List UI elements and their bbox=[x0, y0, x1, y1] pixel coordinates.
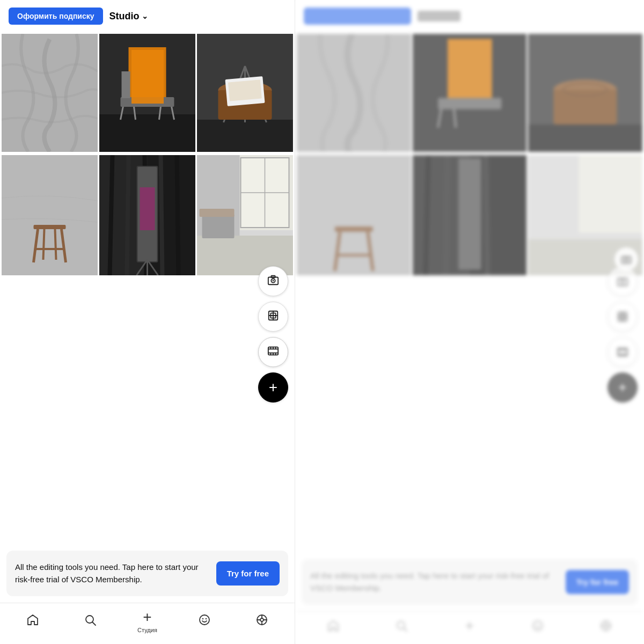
svg-point-70 bbox=[200, 615, 209, 625]
studio-label: Studio bbox=[109, 11, 140, 22]
svg-line-123 bbox=[404, 628, 407, 632]
svg-rect-2 bbox=[99, 114, 195, 152]
layout-button[interactable] bbox=[258, 302, 288, 332]
right-photo-grid-top bbox=[295, 32, 644, 153]
svg-rect-9 bbox=[122, 71, 130, 98]
photo-cell[interactable] bbox=[197, 34, 293, 152]
left-header: Оформить подписку Studio ⌄ bbox=[0, 0, 295, 32]
nav-studio[interactable]: + Студия bbox=[131, 610, 163, 633]
right-photo-cell bbox=[413, 34, 527, 152]
emoji-icon bbox=[198, 613, 211, 630]
svg-rect-84 bbox=[438, 98, 501, 109]
right-photo-cell bbox=[528, 155, 642, 275]
action-buttons-container: + bbox=[0, 266, 295, 408]
photo-cell[interactable] bbox=[197, 155, 293, 275]
svg-rect-81 bbox=[448, 39, 492, 106]
right-camera-button bbox=[608, 266, 638, 296]
right-nav-3: + bbox=[453, 618, 486, 633]
svg-rect-38 bbox=[140, 187, 155, 230]
bottom-nav: + Студия bbox=[0, 603, 295, 644]
svg-rect-50 bbox=[200, 209, 235, 217]
photo-cell[interactable] bbox=[99, 155, 195, 275]
svg-point-128 bbox=[604, 624, 608, 627]
right-photo-grid-bottom bbox=[295, 153, 644, 277]
layout-icon bbox=[267, 310, 279, 324]
right-nav-4 bbox=[522, 619, 554, 632]
right-nav-5 bbox=[590, 619, 622, 632]
nav-emoji[interactable] bbox=[188, 613, 221, 630]
svg-rect-88 bbox=[554, 90, 617, 125]
promo-text: All the editing tools you need. Tap here… bbox=[15, 561, 210, 586]
add-button[interactable]: + bbox=[258, 372, 288, 402]
subscribe-button[interactable]: Оформить подписку bbox=[9, 8, 103, 25]
right-header bbox=[295, 0, 644, 32]
right-nav-1 bbox=[317, 619, 349, 632]
svg-rect-103 bbox=[579, 155, 642, 233]
plus-icon: + bbox=[143, 610, 151, 625]
try-for-free-button[interactable]: Try for free bbox=[216, 561, 280, 586]
right-photo-cell bbox=[413, 155, 527, 275]
svg-line-100 bbox=[486, 155, 488, 275]
right-action-buttons: + bbox=[295, 266, 644, 408]
grid-icon bbox=[255, 613, 268, 630]
svg-point-108 bbox=[620, 280, 624, 283]
camera-button[interactable] bbox=[258, 266, 288, 296]
svg-line-25 bbox=[43, 229, 45, 260]
svg-rect-49 bbox=[202, 214, 235, 238]
svg-line-31 bbox=[110, 155, 113, 275]
right-nav-2 bbox=[385, 619, 418, 632]
right-try-button: Try for free bbox=[566, 570, 629, 594]
home-icon bbox=[26, 613, 39, 630]
add-icon: + bbox=[269, 380, 277, 395]
svg-rect-11 bbox=[197, 120, 293, 152]
svg-line-32 bbox=[127, 155, 129, 275]
right-film-button bbox=[608, 337, 638, 367]
nav-home[interactable] bbox=[17, 613, 49, 630]
right-layout-button bbox=[608, 302, 638, 332]
right-photo-cell bbox=[297, 155, 411, 275]
right-panel: + All the editing tools you need. Tap he… bbox=[295, 0, 644, 644]
photo-cell[interactable] bbox=[2, 34, 98, 152]
nav-grid[interactable] bbox=[246, 613, 278, 630]
svg-line-69 bbox=[92, 623, 96, 626]
svg-line-35 bbox=[177, 155, 179, 275]
right-promo-banner: All the editing tools you need. Tap here… bbox=[302, 559, 638, 605]
search-icon bbox=[84, 613, 97, 630]
svg-line-34 bbox=[161, 155, 163, 275]
photo-grid-top bbox=[0, 32, 295, 153]
svg-point-106 bbox=[625, 258, 628, 262]
svg-rect-91 bbox=[335, 226, 373, 231]
svg-rect-3 bbox=[129, 47, 166, 104]
photo-cell[interactable] bbox=[99, 34, 195, 152]
film-icon bbox=[267, 345, 279, 360]
right-promo-text: All the editing tools you need. Tap here… bbox=[310, 570, 559, 594]
right-photo-cell bbox=[528, 34, 642, 152]
svg-line-26 bbox=[55, 229, 56, 260]
right-bottom-nav: + bbox=[295, 611, 644, 644]
studio-dropdown[interactable]: Studio ⌄ bbox=[109, 11, 148, 22]
photo-cell[interactable] bbox=[2, 155, 98, 275]
header-studio-placeholder bbox=[418, 11, 460, 21]
right-photo-cell bbox=[297, 34, 411, 152]
header-subscribe-placeholder bbox=[304, 8, 411, 25]
svg-rect-20 bbox=[228, 79, 262, 101]
right-add-button: + bbox=[608, 372, 638, 402]
svg-rect-21 bbox=[2, 155, 98, 275]
studio-nav-label: Студия bbox=[137, 627, 157, 633]
svg-rect-8 bbox=[121, 97, 174, 107]
svg-rect-86 bbox=[528, 125, 642, 152]
svg-line-99 bbox=[445, 155, 448, 275]
left-panel: Оформить подписку Studio ⌄ bbox=[0, 0, 295, 644]
svg-rect-90 bbox=[297, 155, 411, 275]
svg-line-98 bbox=[425, 155, 428, 275]
film-button[interactable] bbox=[258, 337, 288, 367]
camera-icon bbox=[267, 274, 279, 289]
promo-banner: All the editing tools you need. Tap here… bbox=[6, 551, 288, 596]
svg-rect-22 bbox=[34, 225, 66, 229]
svg-point-124 bbox=[533, 621, 543, 631]
nav-search[interactable] bbox=[74, 613, 106, 630]
chevron-down-icon: ⌄ bbox=[142, 12, 148, 20]
svg-point-53 bbox=[273, 280, 274, 281]
svg-rect-101 bbox=[458, 158, 481, 270]
photo-grid-bottom bbox=[0, 153, 295, 277]
